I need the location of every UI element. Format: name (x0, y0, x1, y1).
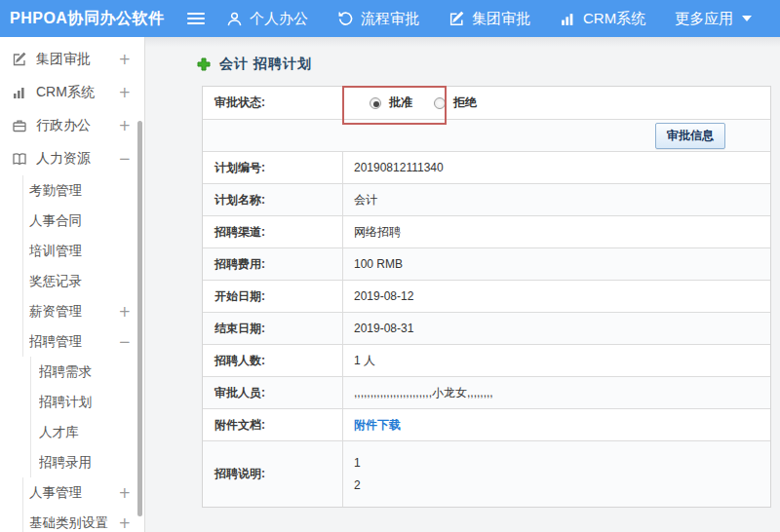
approve-info-button[interactable]: 审批信息 (655, 123, 725, 149)
table-row-approve-button: 审批信息 (203, 120, 770, 152)
menu-item-process-approval[interactable]: 流程审批 (337, 10, 419, 28)
app-logo: PHPOA协同办公软件 (0, 9, 187, 29)
recruit-plan-detail-table: 审批状态: 批准 拒绝 审批信息 (202, 86, 771, 508)
radio-approve[interactable] (370, 97, 381, 109)
top-menu: 个人办公 流程审批 集团审批 (226, 10, 752, 28)
plus-green-icon (197, 57, 211, 71)
hamburger-menu-icon[interactable] (187, 13, 205, 24)
sidebar-item-recruitment[interactable]: 招聘管理 − (22, 326, 144, 357)
radio-reject[interactable] (434, 97, 446, 109)
table-row-recruit-description: 招聘说明: 1 2 (203, 441, 770, 507)
field-value: 网络招聘 (343, 216, 770, 247)
table-row-approvers: 审批人员: ,,,,,,,,,,,,,,,,,,,,,,,,小龙女,,,,,,,… (203, 377, 770, 409)
expand-plus-icon[interactable]: + (118, 84, 144, 101)
sidebar-item-human-resources[interactable]: 人力资源 − (0, 142, 144, 175)
sidebar-item-training[interactable]: 培训管理 (22, 236, 144, 266)
field-value: 附件下载 (343, 409, 770, 440)
field-value: 20190812111340 (343, 152, 770, 183)
description-line: 2 (354, 478, 770, 492)
sidebar-item-base-category[interactable]: 基础类别设置 + (22, 508, 144, 532)
sidebar-item-salary[interactable]: 薪资管理 + (22, 296, 144, 326)
bar-chart-icon (12, 85, 27, 100)
radio-approve-label[interactable]: 批准 (389, 95, 412, 111)
field-value-multiline: 1 2 (343, 441, 770, 507)
menu-item-more-apps[interactable]: 更多应用 (675, 10, 752, 28)
field-label: 招聘费用: (203, 248, 343, 280)
bar-chart-icon (560, 11, 576, 27)
menu-item-personal-office[interactable]: 个人办公 (226, 10, 308, 28)
menu-item-label: 更多应用 (675, 10, 733, 28)
field-label: 开始日期: (203, 281, 343, 312)
field-label: 招聘说明: (203, 441, 343, 507)
table-row-headcount: 招聘人数: 1 人 (203, 345, 770, 377)
menu-item-group-approval[interactable]: 集团审批 (448, 10, 530, 28)
table-row-recruit-cost: 招聘费用: 100 RMB (203, 248, 770, 281)
table-row-start-date: 开始日期: 2019-08-12 (203, 281, 770, 313)
sidebar-scrollbar-thumb[interactable] (137, 121, 142, 516)
user-icon (226, 11, 243, 27)
approval-radio-group: 批准 拒绝 (354, 95, 490, 111)
caret-down-icon (742, 16, 752, 21)
sidebar-item-recruit-hire[interactable]: 招聘录用 (30, 447, 144, 477)
sidebar-item-crm-system[interactable]: CRM系统 + (0, 76, 144, 109)
page-title: 会计 招聘计划 (197, 56, 312, 73)
briefcase-icon (12, 118, 27, 133)
field-label: 招聘人数: (203, 345, 343, 376)
main-content: 会计 招聘计划 审批状态: 批准 拒绝 (145, 37, 780, 532)
sidebar-item-reward-punishment[interactable]: 奖惩记录 (22, 266, 144, 296)
field-value: 2019-08-12 (343, 281, 770, 312)
sidebar-item-recruit-demand[interactable]: 招聘需求 (30, 357, 144, 387)
top-navbar: PHPOA协同办公软件 个人办公 流程审批 (0, 0, 780, 37)
table-row-end-date: 结束日期: 2019-08-31 (203, 313, 770, 345)
sidebar-item-personnel[interactable]: 人事管理 + (22, 477, 144, 508)
field-label: 审批状态: (203, 87, 343, 119)
sidebar-item-admin-office[interactable]: 行政办公 + (0, 109, 144, 142)
process-arrow-icon (337, 11, 354, 27)
approval-status-cell: 批准 拒绝 (343, 87, 770, 119)
table-row-plan-name: 计划名称: 会计 (203, 184, 770, 216)
description-line: 1 (354, 456, 770, 470)
table-row-attachment: 附件文档: 附件下载 (203, 409, 770, 441)
menu-item-crm-system[interactable]: CRM系统 (560, 10, 645, 28)
sidebar-item-recruit-plan[interactable]: 招聘计划 (30, 387, 144, 417)
field-value: ,,,,,,,,,,,,,,,,,,,,,,,,小龙女,,,,,,,, (343, 377, 770, 408)
radio-reject-label[interactable]: 拒绝 (453, 95, 477, 111)
field-label: 计划编号: (203, 152, 343, 183)
table-row-recruit-channel: 招聘渠道: 网络招聘 (203, 216, 770, 248)
expand-plus-icon[interactable]: + (118, 514, 144, 532)
sidebar: 集团审批 + CRM系统 + 行政办公 + (0, 37, 145, 532)
sidebar-item-attendance[interactable]: 考勤管理 (22, 175, 144, 206)
sidebar-item-group-approval[interactable]: 集团审批 + (0, 43, 144, 76)
edit-square-icon (12, 52, 27, 67)
field-label: 结束日期: (203, 313, 343, 344)
menu-item-label: 流程审批 (361, 10, 419, 28)
app-window: PHPOA协同办公软件 个人办公 流程审批 (0, 0, 780, 532)
sidebar-item-talent-pool[interactable]: 人才库 (30, 417, 144, 447)
field-label: 附件文档: (203, 409, 343, 440)
expand-plus-icon[interactable]: + (118, 51, 144, 68)
page-title-text: 会计 招聘计划 (219, 56, 312, 73)
menu-item-label: 个人办公 (250, 10, 308, 28)
field-label: 招聘渠道: (203, 216, 343, 247)
book-icon (12, 151, 27, 167)
sidebar-item-hr-contract[interactable]: 人事合同 (22, 206, 144, 236)
table-row-approval-status: 审批状态: 批准 拒绝 (203, 87, 770, 120)
field-value: 会计 (343, 184, 770, 215)
field-value: 100 RMB (343, 248, 770, 280)
field-value: 2019-08-31 (343, 313, 770, 344)
field-label: 审批人员: (203, 377, 343, 408)
edit-square-icon (448, 11, 465, 27)
field-value: 1 人 (343, 345, 770, 376)
table-row-plan-number: 计划编号: 20190812111340 (203, 152, 770, 184)
menu-item-label: 集团审批 (472, 10, 530, 28)
attachment-download-link[interactable]: 附件下载 (354, 417, 401, 434)
menu-item-label: CRM系统 (583, 10, 645, 28)
field-label: 计划名称: (203, 184, 343, 215)
